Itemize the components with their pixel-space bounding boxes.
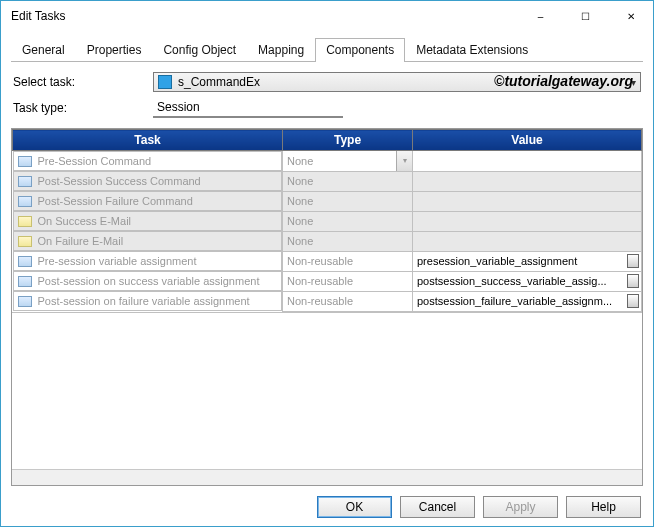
task-label: Pre-Session Command [38,155,152,167]
task-label: Post-session on failure variable assignm… [38,295,250,307]
select-task-value: s_CommandEx [178,75,260,89]
table-row[interactable]: Pre-Session CommandNone▾ [13,151,642,172]
maximize-button[interactable]: ☐ [563,1,608,31]
task-type-value: Session [157,100,200,114]
value-cell[interactable]: presession_variable_assignment [413,251,642,271]
grid-table: Task Type Value Pre-Session CommandNone▾… [12,129,642,312]
value-cell [413,171,642,191]
type-cell: Non-reusable [283,291,413,311]
close-button[interactable]: ✕ [608,1,653,31]
type-cell: Non-reusable [283,271,413,291]
select-task-label: Select task: [13,75,153,89]
task-cell[interactable]: On Failure E-Mail [13,231,283,251]
table-row[interactable]: On Failure E-MailNone [13,231,642,251]
cancel-button[interactable]: Cancel [400,496,475,518]
tab-components[interactable]: Components [315,38,405,62]
chevron-down-icon[interactable]: ▾ [396,151,412,171]
tab-metadata-extensions[interactable]: Metadata Extensions [405,38,539,62]
command-icon [18,156,32,167]
command-icon [18,196,32,207]
table-row[interactable]: Post-Session Failure CommandNone [13,191,642,211]
table-row[interactable]: Post-session on success variable assignm… [13,271,642,291]
ok-button[interactable]: OK [317,496,392,518]
titlebar: Edit Tasks – ☐ ✕ [1,1,653,31]
edit-icon[interactable] [627,254,639,268]
mail-icon [18,216,32,227]
command-icon [18,176,32,187]
task-cell[interactable]: Post-session on failure variable assignm… [13,291,283,311]
edit-icon[interactable] [627,274,639,288]
select-task-dropdown[interactable]: s_CommandEx ▾ ©tutorialgateway.org [153,72,641,92]
form-area: Select task: s_CommandEx ▾ ©tutorialgate… [11,62,643,128]
help-button[interactable]: Help [566,496,641,518]
tab-properties[interactable]: Properties [76,38,153,62]
task-label: Post-Session Failure Command [38,195,193,207]
select-task-row: Select task: s_CommandEx ▾ ©tutorialgate… [13,72,641,92]
task-cell[interactable]: On Success E-Mail [13,211,283,231]
minimize-button[interactable]: – [518,1,563,31]
task-cell[interactable]: Post-Session Success Command [13,171,283,191]
col-header-value[interactable]: Value [413,130,642,151]
task-type-label: Task type: [13,101,153,115]
tab-mapping[interactable]: Mapping [247,38,315,62]
command-icon [18,296,32,307]
type-cell: Non-reusable [283,251,413,271]
dialog-footer: OK Cancel Apply Help [11,486,643,518]
task-type-row: Task type: Session [13,98,641,118]
task-label: On Failure E-Mail [38,235,124,247]
type-cell: None [283,191,413,211]
components-grid: Task Type Value Pre-Session CommandNone▾… [11,128,643,486]
dialog-content: GeneralPropertiesConfig ObjectMappingCom… [1,31,653,526]
task-cell[interactable]: Post-session on success variable assignm… [13,271,283,291]
table-row[interactable]: On Success E-MailNone [13,211,642,231]
task-label: On Success E-Mail [38,215,132,227]
table-row[interactable]: Post-Session Success CommandNone [13,171,642,191]
apply-button[interactable]: Apply [483,496,558,518]
task-label: Pre-session variable assignment [38,255,197,267]
task-cell[interactable]: Post-Session Failure Command [13,191,283,211]
window-controls: – ☐ ✕ [518,1,653,31]
table-row[interactable]: Post-session on failure variable assignm… [13,291,642,311]
grid-empty-area [12,312,642,470]
chevron-down-icon: ▾ [631,77,636,88]
type-cell: None [283,171,413,191]
tab-strip: GeneralPropertiesConfig ObjectMappingCom… [11,37,643,62]
mail-icon [18,236,32,247]
value-cell [413,231,642,251]
command-icon [18,256,32,267]
type-cell: None [283,211,413,231]
edit-icon[interactable] [627,294,639,308]
horizontal-scrollbar[interactable] [12,469,642,485]
task-cell[interactable]: Pre-session variable assignment [13,251,283,271]
task-type-field: Session [153,98,343,118]
task-label: Post-session on success variable assignm… [38,275,260,287]
task-cell[interactable]: Pre-Session Command [13,151,283,171]
task-label: Post-Session Success Command [38,175,201,187]
session-icon [158,75,172,89]
tab-config-object[interactable]: Config Object [152,38,247,62]
type-cell: None [283,231,413,251]
value-cell[interactable]: postsession_success_variable_assig... [413,271,642,291]
table-row[interactable]: Pre-session variable assignmentNon-reusa… [13,251,642,271]
col-header-type[interactable]: Type [283,130,413,151]
type-cell[interactable]: None▾ [283,151,413,172]
command-icon [18,276,32,287]
value-cell [413,211,642,231]
value-cell [413,151,642,172]
value-cell[interactable]: postsession_failure_variable_assignm... [413,291,642,311]
value-cell [413,191,642,211]
window-title: Edit Tasks [11,9,65,23]
col-header-task[interactable]: Task [13,130,283,151]
tab-general[interactable]: General [11,38,76,62]
watermark-text: ©tutorialgateway.org [494,73,633,89]
grid-header-row: Task Type Value [13,130,642,151]
